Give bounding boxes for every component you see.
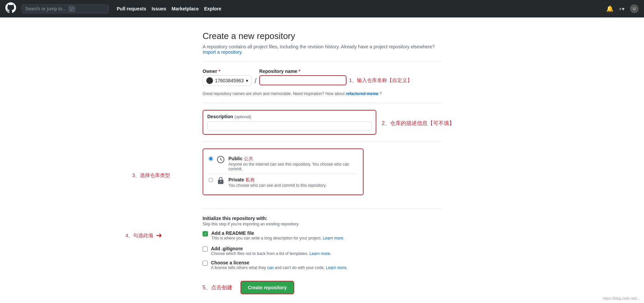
slash-separator: /	[255, 69, 257, 85]
description-box: Description (optional)	[203, 110, 376, 135]
public-desc: Anyone on the internet can see this repo…	[228, 162, 358, 171]
gitignore-checkbox-row: Add .gitignore Choose which files not to…	[203, 246, 441, 256]
license-checkbox-row: Choose a license A license tells others …	[203, 260, 441, 270]
owner-required-mark: *	[218, 69, 220, 74]
search-box[interactable]: Search or jump to... /	[21, 4, 109, 13]
readme-row-outer: 4、勾选此项 ➜ ✓ Add a README file This is whe…	[203, 230, 441, 245]
private-desc: You choose who can see and commit to thi…	[228, 183, 358, 188]
owner-repo-row: Owner * 17603845963 ▾ / Repository name …	[203, 69, 441, 86]
repo-name-field-group: Repository name * 1、输入仓库名称【自定义】	[259, 69, 412, 85]
readme-desc: This is where you can write a long descr…	[211, 236, 344, 241]
nav-explore[interactable]: Explore	[204, 6, 221, 11]
search-shortcut: /	[69, 6, 75, 12]
visibility-outer: 3、选择仓库类型 Public 公共 Anyon	[203, 148, 441, 202]
owner-select[interactable]: 17603845963 ▾	[203, 75, 252, 86]
new-item-button[interactable]: +▾	[619, 6, 625, 12]
gitignore-label-group: Add .gitignore Choose which files not to…	[211, 246, 331, 256]
license-label-group: Choose a license A license tells others …	[211, 260, 347, 270]
readme-label-group: Add a README file This is where you can …	[211, 230, 344, 241]
init-section: Initialize this repository with: Skip th…	[203, 216, 441, 270]
repo-name-input[interactable]	[259, 75, 346, 85]
gitignore-checkbox[interactable]	[203, 247, 208, 252]
private-text: Private 私有 You choose who can see and co…	[228, 177, 358, 188]
public-radio[interactable]	[209, 157, 213, 161]
repo-name-label: Repository name *	[259, 69, 412, 74]
search-placeholder-text: Search or jump to...	[25, 6, 66, 11]
readme-checkbox-row: ✓ Add a README file This is where you ca…	[203, 230, 344, 241]
init-title: Initialize this repository with:	[203, 216, 441, 221]
gitignore-learn-more-link[interactable]: Learn more.	[309, 251, 331, 256]
description-label: Description (optional)	[207, 114, 372, 119]
repo-name-annotation: 1、输入仓库名称【自定义】	[349, 77, 412, 84]
description-input[interactable]	[207, 121, 372, 131]
public-title: Public 公共	[228, 156, 358, 162]
visibility-box: Public 公共 Anyone on the internet can see…	[203, 148, 364, 195]
owner-avatar	[206, 77, 213, 84]
description-text: A repository contains all project files,…	[203, 44, 435, 49]
owner-field-group: Owner * 17603845963 ▾	[203, 69, 252, 86]
arrow-right-icon: ➜	[156, 232, 162, 239]
gitignore-label: Add .gitignore	[211, 246, 331, 251]
page-title: Create a new repository	[203, 31, 441, 41]
owner-label: Owner *	[203, 69, 252, 74]
repo-name-section: 1、输入仓库名称【自定义】	[259, 75, 412, 85]
repo-name-required-mark: *	[299, 69, 300, 74]
create-button-row: 5、点击创建 Create repository	[203, 281, 441, 303]
private-title: Private 私有	[228, 177, 358, 183]
init-subtitle: Skip this step if you're importing an ex…	[203, 222, 441, 226]
license-learn-more-link[interactable]: Learn more.	[326, 265, 348, 270]
hint-suggestion-link[interactable]: refactored-meme	[346, 91, 378, 96]
public-icon	[217, 156, 224, 165]
import-link[interactable]: Import a repository.	[203, 49, 243, 55]
nav-marketplace[interactable]: Marketplace	[172, 6, 199, 11]
readme-checkbox[interactable]: ✓	[203, 231, 208, 236]
nav-links: Pull requests Issues Marketplace Explore	[117, 6, 221, 11]
description-outer: Description (optional) 2、仓库的描述信息【可不填】	[203, 110, 441, 135]
page-description: A repository contains all project files,…	[203, 44, 441, 55]
navbar: Search or jump to... / Pull requests Iss…	[0, 0, 644, 17]
license-label: Choose a license	[211, 260, 347, 265]
create-annotation: 5、点击创建	[203, 284, 232, 291]
visibility-public-option: Public 公共 Anyone on the internet can see…	[209, 153, 358, 174]
repo-hint-text: Great repository names are short and mem…	[203, 91, 441, 96]
notifications-icon[interactable]: 🔔	[606, 5, 613, 12]
nav-pull-requests[interactable]: Pull requests	[117, 6, 146, 11]
license-desc: A license tells others what they can and…	[211, 265, 347, 270]
description-annotation: 2、仓库的描述信息【可不填】	[382, 120, 454, 127]
public-text: Public 公共 Anyone on the internet can see…	[228, 156, 358, 171]
github-logo-icon[interactable]	[5, 2, 16, 15]
private-radio[interactable]	[209, 178, 213, 182]
owner-name: 17603845963	[215, 78, 244, 83]
readme-learn-more-link[interactable]: Learn more.	[323, 236, 344, 241]
nav-issues[interactable]: Issues	[152, 6, 166, 11]
form-container: Create a new repository A repository con…	[195, 31, 449, 303]
divider-4	[203, 209, 441, 209]
visibility-annotation: 3、选择仓库类型	[132, 172, 170, 178]
private-icon	[217, 177, 224, 186]
divider-2	[203, 103, 441, 103]
avatar[interactable]: U	[630, 4, 639, 13]
divider-3	[203, 141, 441, 142]
dropdown-arrow-icon: ▾	[246, 78, 248, 83]
readme-annotation: 4、勾选此项 ➜	[125, 232, 162, 239]
visibility-private-option: Private 私有 You choose who can see and co…	[209, 174, 358, 190]
watermark: https://blog.csdn.net/...	[603, 296, 640, 300]
readme-label: Add a README file	[211, 230, 344, 236]
navbar-right: 🔔 +▾ U	[606, 4, 639, 13]
gitignore-desc: Choose which files not to track from a l…	[211, 251, 331, 256]
create-repository-button[interactable]: Create repository	[240, 281, 294, 294]
description-optional: (optional)	[234, 115, 251, 119]
license-checkbox[interactable]	[203, 261, 208, 266]
divider	[203, 61, 441, 62]
main-content: Create a new repository A repository con…	[0, 17, 644, 303]
